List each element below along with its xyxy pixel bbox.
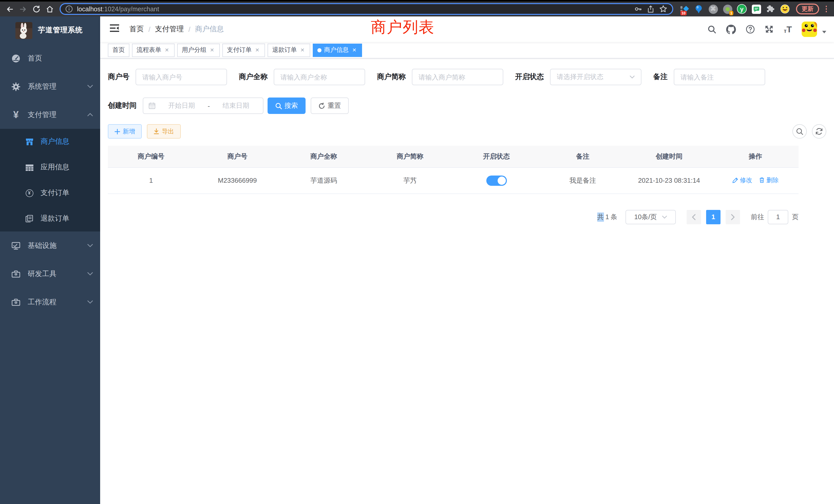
merchant-no-input[interactable]: [136, 69, 227, 85]
sidebar-item-refund-order[interactable]: 退款订单: [0, 206, 100, 231]
tab-refund-order[interactable]: 退款订单✕: [267, 43, 310, 57]
extension-pin-icon[interactable]: [694, 4, 704, 14]
browser-forward-icon[interactable]: [18, 3, 29, 15]
hide-search-button[interactable]: [792, 124, 807, 139]
yen-circle-icon: ¥: [24, 189, 35, 197]
remark-input[interactable]: [674, 69, 765, 85]
browser-back-icon[interactable]: [4, 3, 16, 15]
sidebar-item-pay-order[interactable]: ¥ 支付订单: [0, 180, 100, 206]
extension-recorder-icon[interactable]: 1: [723, 4, 732, 14]
merchant-shortname-input[interactable]: [412, 69, 503, 85]
address-bar[interactable]: localhost:1024/pay/merchant: [60, 3, 673, 15]
bookmark-star-icon[interactable]: [659, 5, 667, 13]
fullscreen-icon[interactable]: [765, 25, 774, 34]
gear-icon: [11, 82, 21, 91]
sidebar-item-home[interactable]: 首页: [0, 44, 100, 72]
search-button[interactable]: 搜索: [267, 97, 306, 114]
user-avatar[interactable]: [802, 22, 817, 37]
sidebar-item-dev-tools[interactable]: 研发工具: [0, 260, 100, 288]
goto-unit: 页: [792, 212, 798, 222]
url-text: localhost:1024/pay/merchant: [77, 5, 630, 13]
extensions-puzzle-icon[interactable]: [766, 4, 775, 14]
col-remark: 备注: [540, 146, 626, 167]
sidebar-item-system[interactable]: 系统管理: [0, 72, 100, 100]
font-size-icon[interactable]: тT: [784, 25, 792, 33]
refresh-table-button[interactable]: [812, 124, 826, 139]
prev-page-button[interactable]: [687, 210, 701, 224]
goto-label: 前往: [751, 212, 764, 222]
chevron-down-icon: [87, 85, 93, 88]
goto-page-input[interactable]: [768, 210, 788, 224]
date-separator: -: [208, 102, 210, 110]
github-icon[interactable]: [726, 24, 736, 34]
breadcrumb-payment[interactable]: 支付管理: [155, 25, 184, 34]
status-toggle[interactable]: [486, 175, 507, 186]
merchant-fullname-input[interactable]: [274, 69, 365, 85]
edit-link[interactable]: 修改: [732, 176, 752, 185]
reset-button[interactable]: 重置: [311, 97, 349, 114]
extension-command-icon[interactable]: ⌘: [708, 4, 718, 14]
tab-merchant-info[interactable]: 商户信息✕: [313, 43, 362, 57]
chrome-update-button[interactable]: 更新: [796, 4, 819, 14]
sidebar-collapse-icon[interactable]: [108, 22, 121, 37]
tab-label: 首页: [112, 46, 125, 54]
sidebar-item-payment[interactable]: ¥ 支付管理: [0, 100, 100, 129]
tab-process-form[interactable]: 流程表单✕: [132, 43, 175, 57]
search-icon[interactable]: [708, 25, 717, 33]
page-size-select[interactable]: 10条/页: [626, 210, 676, 224]
status-select[interactable]: 请选择开启状态: [550, 69, 641, 85]
extension-badge: 1: [729, 11, 733, 16]
sidebar-item-label: 退款订单: [41, 214, 93, 223]
breadcrumb-home[interactable]: 首页: [129, 25, 144, 34]
password-key-icon[interactable]: [634, 5, 642, 13]
close-icon[interactable]: ✕: [164, 47, 170, 53]
sidebar-item-merchant-info[interactable]: 商户信息: [0, 129, 100, 155]
sidebar-logo[interactable]: 芋道管理系统: [0, 17, 100, 44]
chrome-menu-icon[interactable]: [823, 6, 830, 12]
close-icon[interactable]: ✕: [351, 47, 357, 53]
chevron-down-icon: [662, 215, 667, 219]
extension-chat-icon[interactable]: [751, 4, 761, 14]
add-button[interactable]: 新增: [108, 124, 142, 139]
store-icon: [24, 137, 35, 146]
sidebar-item-workflow[interactable]: 工作流程: [0, 288, 100, 316]
download-icon: [154, 128, 159, 135]
help-icon[interactable]: [746, 25, 755, 34]
close-icon[interactable]: ✕: [300, 47, 306, 53]
browser-reload-icon[interactable]: [31, 3, 42, 15]
sidebar-item-label: 研发工具: [28, 269, 87, 278]
tab-pay-order[interactable]: 支付订单✕: [222, 43, 265, 57]
monitor-chart-icon: [11, 241, 21, 250]
field-label: 商户全称: [239, 72, 274, 82]
cell-status: [453, 167, 540, 193]
search-icon: [275, 102, 282, 109]
extension-y-icon[interactable]: y: [737, 4, 747, 14]
page-number-1[interactable]: 1: [706, 210, 721, 224]
cell-merchant-id: 1: [108, 167, 194, 193]
sidebar-item-app-info[interactable]: 应用信息: [0, 155, 100, 180]
payment-submenu: 商户信息 应用信息 ¥ 支付订单 退款订单: [0, 129, 100, 231]
create-time-range-picker[interactable]: 开始日期 - 结束日期: [143, 97, 263, 114]
extension-emoji-icon[interactable]: [780, 4, 790, 14]
extension-devtools-icon[interactable]: 10: [679, 4, 689, 14]
browser-home-icon[interactable]: [44, 3, 56, 15]
chevron-left-icon: [692, 214, 696, 220]
delete-link[interactable]: 删除: [759, 176, 779, 185]
trash-icon: [759, 177, 765, 183]
field-label: 商户号: [108, 72, 136, 82]
sidebar-item-infrastructure[interactable]: 基础设施: [0, 231, 100, 260]
calendar-icon: [148, 102, 156, 109]
tab-home[interactable]: 首页: [108, 43, 129, 57]
extensions-row: 10 ⌘ 1 y: [679, 4, 790, 14]
close-icon[interactable]: ✕: [209, 47, 215, 53]
extension-badge: 10: [680, 11, 687, 16]
breadcrumb-current: 商户信息: [195, 25, 224, 34]
next-page-button[interactable]: [726, 210, 740, 224]
close-icon[interactable]: ✕: [254, 47, 260, 53]
select-placeholder: 请选择开启状态: [557, 72, 603, 82]
tab-user-group[interactable]: 用户分组✕: [177, 43, 220, 57]
avatar-dropdown-caret[interactable]: [822, 30, 826, 33]
site-info-icon[interactable]: [65, 5, 73, 13]
export-button[interactable]: 导出: [147, 124, 181, 139]
share-icon[interactable]: [646, 5, 655, 13]
